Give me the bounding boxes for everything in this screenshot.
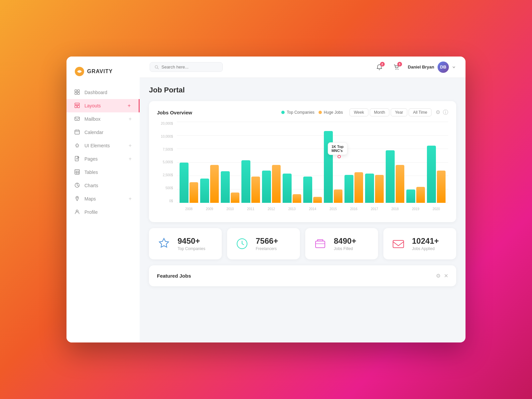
sidebar-item-charts[interactable]: Charts xyxy=(66,179,140,192)
nav-plus-layouts[interactable]: + xyxy=(128,103,131,109)
maps-icon xyxy=(74,196,80,202)
sidebar-item-ui-elements[interactable]: UI Elements + xyxy=(66,139,140,152)
bar-teal xyxy=(200,179,209,203)
featured-close-icon[interactable]: ✕ xyxy=(444,273,448,279)
time-filter-week[interactable]: Week xyxy=(349,108,368,116)
bar-orange xyxy=(272,165,281,203)
nav-plus-mailbox[interactable]: + xyxy=(129,116,132,122)
bar-orange xyxy=(375,175,384,203)
sidebar-item-profile[interactable]: Profile xyxy=(66,205,140,219)
star-icon xyxy=(156,235,172,252)
x-axis-label: 2017 xyxy=(365,203,384,215)
svg-rect-16 xyxy=(75,170,79,174)
nav-label-charts: Charts xyxy=(84,183,98,188)
search-input[interactable] xyxy=(161,65,218,69)
stat-label: Jobs Filled xyxy=(334,246,356,251)
sidebar-item-maps[interactable]: Maps + xyxy=(66,192,140,205)
bar-teal xyxy=(180,163,189,203)
sidebar-item-mailbox[interactable]: Mailbox + xyxy=(66,112,140,126)
bar-group[interactable] xyxy=(344,172,363,203)
nav-label-calendar: Calendar xyxy=(84,130,103,135)
bar-orange xyxy=(313,197,322,203)
settings-icon[interactable]: ⚙ xyxy=(436,109,440,116)
bar-group[interactable] xyxy=(180,163,198,203)
sidebar: GRAVITY Dashboard Layouts + Mailbox + Ca… xyxy=(66,57,140,342)
featured-jobs-header: Featured Jobs ⚙ ✕ xyxy=(157,273,448,279)
stat-label: Freelancers xyxy=(256,246,278,251)
bar-group[interactable] xyxy=(262,165,281,203)
bar-orange xyxy=(231,193,240,203)
sidebar-item-layouts[interactable]: Layouts + xyxy=(66,99,140,112)
logo-area: GRAVITY xyxy=(66,63,140,86)
bar-group[interactable] xyxy=(427,146,446,203)
svg-rect-29 xyxy=(316,241,325,248)
svg-point-26 xyxy=(395,69,396,69)
search-bar[interactable] xyxy=(150,62,223,72)
x-axis-label: 2011 xyxy=(241,203,260,215)
bar-orange xyxy=(334,190,343,203)
legend-dot-teal xyxy=(281,111,285,114)
time-filters: WeekMonthYearAll Time xyxy=(349,108,432,116)
featured-settings-icon[interactable]: ⚙ xyxy=(436,273,441,279)
bar-group[interactable] xyxy=(241,160,260,203)
svg-line-25 xyxy=(157,68,158,69)
inbox-icon xyxy=(312,235,329,252)
info-icon[interactable]: ⓘ xyxy=(443,109,448,116)
nav-plus-pages[interactable]: + xyxy=(129,156,132,162)
svg-rect-8 xyxy=(75,117,79,120)
mailbox-icon xyxy=(74,116,80,122)
sidebar-item-calendar[interactable]: Calendar xyxy=(66,126,140,139)
bar-group[interactable] xyxy=(406,187,425,203)
sidebar-item-dashboard[interactable]: Dashboard xyxy=(66,86,140,99)
bar-group[interactable] xyxy=(365,174,384,203)
x-axis-label: 2018 xyxy=(386,203,404,215)
pages-icon xyxy=(74,156,80,162)
bar-teal xyxy=(427,146,436,203)
nav-label-maps: Maps xyxy=(84,196,96,201)
bar-group[interactable] xyxy=(386,150,404,203)
chart-settings[interactable]: ⚙ ⓘ xyxy=(436,109,448,116)
bar-chart: 20,000$10,000$7,500$5,000$2,500$500$0$ 2… xyxy=(157,122,448,215)
bar-teal xyxy=(262,171,271,203)
y-axis-label: 5,000$ xyxy=(163,160,173,164)
x-axis-label: 2013 xyxy=(283,203,301,215)
bar-teal xyxy=(303,177,312,203)
bar-group[interactable] xyxy=(221,171,239,203)
main-area: 2 3 Daniel Bryan DB xyxy=(140,57,466,342)
stat-label: Jobs Applied xyxy=(412,246,439,251)
sidebar-item-pages[interactable]: Pages + xyxy=(66,152,140,166)
x-axis-label: 2019 xyxy=(406,203,425,215)
time-filter-all time[interactable]: All Time xyxy=(409,108,432,116)
nav-plus-ui-elements[interactable]: + xyxy=(129,143,132,149)
nav-plus-maps[interactable]: + xyxy=(129,196,132,202)
bar-group[interactable] xyxy=(303,177,322,203)
cart-button[interactable]: 3 xyxy=(391,61,403,73)
time-filter-year[interactable]: Year xyxy=(391,108,407,116)
y-axis-label: 10,000$ xyxy=(161,135,173,138)
user-menu[interactable]: Daniel Bryan DB xyxy=(408,62,456,73)
stat-card-1: 7566+ Freelancers xyxy=(227,228,300,259)
profile-icon xyxy=(74,209,80,215)
user-name: Daniel Bryan xyxy=(408,65,434,69)
y-axis-label: 7,500$ xyxy=(163,148,173,151)
ui-icon xyxy=(74,143,80,149)
svg-rect-5 xyxy=(75,103,79,105)
sidebar-item-tables[interactable]: Tables xyxy=(66,166,140,179)
svg-rect-31 xyxy=(393,240,404,248)
bar-group[interactable] xyxy=(283,174,301,203)
nav-label-profile: Profile xyxy=(84,209,98,215)
app-window: GRAVITY Dashboard Layouts + Mailbox + Ca… xyxy=(66,57,466,342)
chart-title: Jobs Overview xyxy=(157,110,192,115)
bar-orange xyxy=(396,165,405,203)
bar-group[interactable] xyxy=(324,131,342,203)
bar-orange xyxy=(210,165,219,203)
notification-button[interactable]: 2 xyxy=(373,61,385,73)
jobs-overview-card: Jobs Overview Top Companies Huge Jobs We… xyxy=(149,101,456,222)
legend-label-jobs: Huge Jobs xyxy=(324,110,343,115)
nav-label-layouts: Layouts xyxy=(84,103,101,108)
nav-label-mailbox: Mailbox xyxy=(84,116,100,122)
time-filter-month[interactable]: Month xyxy=(370,108,389,116)
bar-group[interactable] xyxy=(200,165,219,203)
tables-icon xyxy=(74,169,80,175)
notification-badge: 2 xyxy=(380,62,385,66)
